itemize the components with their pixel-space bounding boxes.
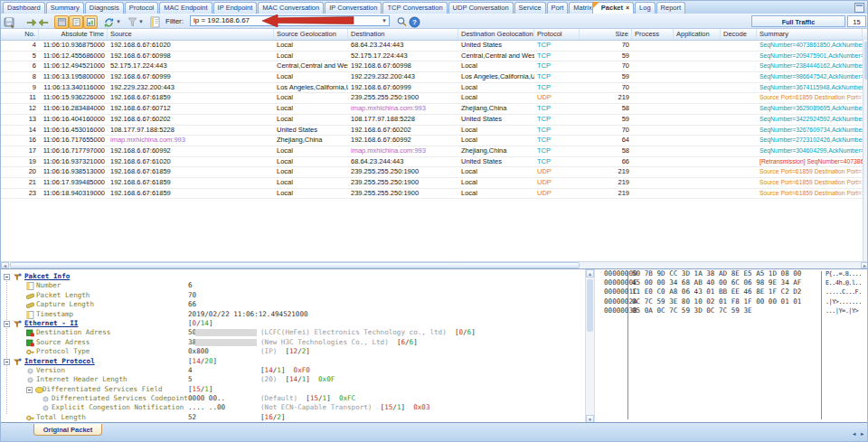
hex-row[interactable]: 0000000E45 00 00 34 68 AB 40 00 6C 06 98… [595,278,863,287]
column-header-proto[interactable]: Protocol [534,29,580,40]
help-icon[interactable]: ? [409,15,420,27]
hex-pane-toggle-icon[interactable] [83,15,98,29]
hex-row[interactable]: 0000001C11 E0 C0 A8 06 43 01 BB EE 46 8E… [595,287,863,296]
scroll-left-icon[interactable]: ◄ [1,262,9,268]
filter-funnel-icon[interactable] [127,15,138,27]
hex-row[interactable]: 0000000050 7B 9D CC 3D 1A 38 AD 8E E5 A5… [595,269,863,278]
tab-log[interactable]: Log [635,2,656,14]
tree-row[interactable]: Internet Header Length5(20) [14/1] 0x0F [1,375,585,384]
prev-packet-icon[interactable] [25,15,37,27]
tree-row[interactable]: Differentiated Services Field[15/1] [1,385,585,394]
table-row[interactable]: 1711:06:16.717797000192.168.6.67:60992Lo… [1,146,868,157]
table-row[interactable]: 2011:06:16.938513000192.168.6.67:61859Lo… [1,167,868,178]
tab-scroll-left-icon[interactable]: ◄ [852,431,856,437]
tab-summary[interactable]: Summary [46,2,84,14]
hex-row[interactable]: 0000003805 0A 0C 7C 59 3D 0C 7C 59 3E...… [595,306,863,315]
cell-decode [721,72,757,82]
scroll-right-icon[interactable]: ► [861,262,868,268]
field-value: 66 [188,300,196,309]
log-note-icon[interactable] [149,15,161,27]
table-row[interactable]: 611:06:12.49452100052.175.17.224:443Cent… [1,61,868,72]
hex-row[interactable]: 0000002A0C 7C 59 3E 80 10 02 01 F8 1F 00… [595,297,863,306]
table-row[interactable]: 911:06:13.340116000192.229.232.200:443Lo… [1,83,868,94]
auto-refresh-icon[interactable] [103,15,115,27]
tree-row[interactable]: Timestamp2019/02/22 11:06:12.494521000 [1,310,585,319]
packet-table-horizontal-scrollbar[interactable]: ◄ ► [1,261,868,268]
tab-ip-conversation[interactable]: IP Conversation [325,2,382,14]
tab-report[interactable]: Report [656,2,686,14]
collapse-expander-icon[interactable] [26,387,33,393]
packet-table-vertical-scrollbar[interactable] [863,40,868,261]
column-header-no[interactable]: No. [1,29,39,40]
close-tab-icon[interactable]: × [626,5,629,11]
tree-row[interactable]: Differentiated Services Codepoint0000 00… [1,394,585,403]
column-header-time[interactable]: Absolute Time [39,29,108,40]
table-row[interactable]: 1911:06:16.937321000192.168.6.67:61020Lo… [1,157,868,168]
tree-row[interactable]: Total Length52[16/2] [1,413,585,422]
scrollbar-thumb[interactable] [10,262,580,268]
tree-row[interactable]: Explicit Congestion Notification.... ..0… [1,403,585,412]
decoding-packet-count[interactable]: 15 [847,15,866,27]
tree-row[interactable]: Packet Length70 [1,291,585,300]
tree-row[interactable]: Pakcet Info [1,272,585,281]
tab-diagnosis[interactable]: Diagnosis [85,2,124,14]
funnel-dropdown-icon[interactable]: ▼ [138,19,144,24]
export-icon[interactable] [4,15,15,27]
table-row[interactable]: 1111:06:15.936226000192.168.6.67:61859Lo… [1,93,868,104]
column-header-app[interactable]: Application [674,29,721,40]
table-row[interactable]: 1411:06:16.453016000108.177.97.188:5228U… [1,126,868,136]
cell-size: 70 [580,83,632,93]
tree-row[interactable]: Destination Adress50(LCFC(HeFei) Electro… [1,328,585,337]
tab-packet[interactable]: Packet× [592,2,634,14]
table-row[interactable]: 411:06:10.936875000192.168.6.67:61020Loc… [1,41,868,52]
tree-vertical-scrollbar[interactable]: ▲ ▼ [585,269,595,423]
table-row[interactable]: 1611:06:16.717655000imap.mxhichina.com:9… [1,136,868,146]
column-header-sum[interactable]: Summary [757,29,863,40]
table-row[interactable]: 511:06:12.455686000192.168.6.67:60998Loc… [1,52,868,62]
search-icon[interactable] [396,15,408,27]
node-pane-toggle-icon[interactable] [54,15,69,29]
tab-protocol[interactable]: Protocol [125,2,159,14]
column-header-decode[interactable]: Decode [721,29,757,40]
column-header-dg[interactable]: Destination Geolocation [458,29,534,40]
tree-row[interactable]: Ethernet - II[0/14] [1,319,585,328]
field-annotation: (Not ECN-Capable Transport) [15/1] 0x03 [260,403,430,412]
column-header-dst[interactable]: Destination [348,29,458,40]
scroll-up-icon[interactable]: ▲ [586,269,594,277]
tab-ip-endpoint[interactable]: IP Endpoint [213,2,258,14]
tree-row[interactable]: Version4[14/1] 0xF0 [1,366,585,375]
column-header-size[interactable]: Size [580,29,632,40]
tab-mac-endpoint[interactable]: MAC Endpoint [159,2,212,14]
tab-service[interactable]: Service [514,2,546,14]
collapse-expander-icon[interactable] [4,274,10,280]
tab-tcp-conversation[interactable]: TCP Conversation [382,2,447,14]
tab-port[interactable]: Port [547,2,569,14]
column-header-src[interactable]: Source [108,29,274,40]
tree-row[interactable]: Protocol Type0x800(IP) [12/2] [1,347,585,356]
tree-row[interactable]: Number6 [1,281,585,290]
tab-original-packet[interactable]: Original Packet [33,424,102,436]
field-pane-toggle-icon[interactable] [69,15,83,29]
cell-proto: TCP [534,136,580,146]
scrollbar-thumb[interactable] [587,279,593,332]
tree-row[interactable]: Capture Length66 [1,300,585,309]
next-packet-icon[interactable] [38,15,50,27]
table-row[interactable]: 811:06:13.195800000192.168.6.67:60999Loc… [1,72,868,83]
filter-dropdown-icon[interactable]: ▼ [382,18,387,24]
scrollbar-thumb[interactable] [864,42,868,80]
collapse-expander-icon[interactable] [4,321,10,327]
refresh-dropdown-icon[interactable]: ▼ [116,19,121,24]
collapse-expander-icon[interactable] [4,359,10,365]
window-grid-icon[interactable] [854,3,864,13]
tree-row[interactable]: Internet Protocol[14/20] [1,357,585,366]
tab-dashboard[interactable]: Dashboard [3,2,45,14]
tree-row[interactable]: Source Adress38(New H3C Technologies Co.… [1,338,585,347]
table-row[interactable]: 1211:06:16.283484000192.168.6.67:60712Lo… [1,104,868,115]
column-header-process[interactable]: Process [632,29,674,40]
tab-udp-conversation[interactable]: UDP Conversation [448,2,514,14]
table-row[interactable]: 2111:06:17.939485000192.168.6.67:61859Lo… [1,178,868,189]
table-row[interactable]: 1311:06:16.404160000192.168.6.67:60202Lo… [1,115,868,126]
tab-scroll-right-icon[interactable]: ► [860,431,864,437]
table-row[interactable]: 2311:06:18.940319000192.168.6.67:61859Lo… [1,189,868,200]
tab-mac-conversation[interactable]: MAC Conversation [258,2,324,14]
